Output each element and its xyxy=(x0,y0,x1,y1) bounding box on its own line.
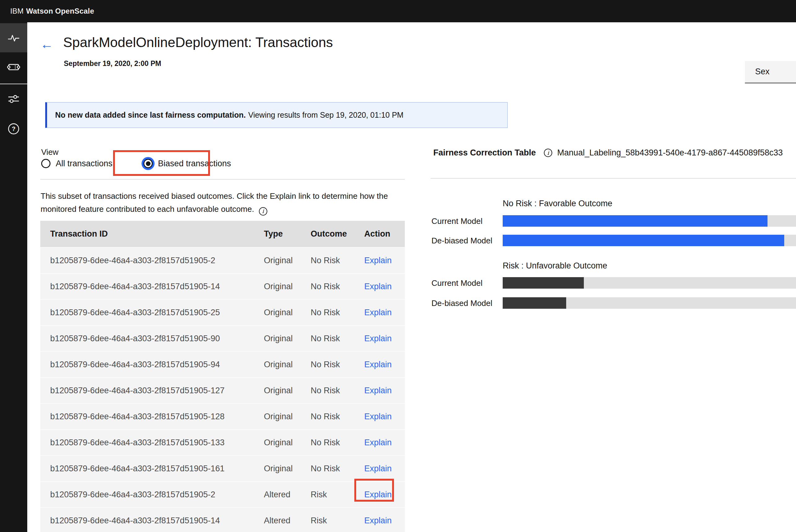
banner-bold-text: No new data added since last fairness co… xyxy=(55,111,246,119)
info-icon[interactable]: i xyxy=(544,149,552,157)
radio-all-transactions[interactable]: All transactions xyxy=(41,159,112,169)
cell-outcome: No Risk xyxy=(304,464,356,474)
cell-type: Original xyxy=(257,412,304,421)
banner-text: Viewing results from Sep 19, 2020, 01:10… xyxy=(248,111,403,119)
cell-transaction-id: b1205879-6dee-46a4-a303-2f8157d51905-127 xyxy=(40,386,257,396)
table-header-row: Transaction ID Type Outcome Action xyxy=(40,221,405,247)
table-row: b1205879-6dee-46a4-a303-2f8157d51905-2Al… xyxy=(40,481,405,507)
explain-link[interactable]: Explain xyxy=(364,256,392,265)
radio-label: All transactions xyxy=(56,159,112,169)
cell-type: Original xyxy=(257,360,304,369)
back-button[interactable]: ← xyxy=(40,38,53,51)
cell-type: Original xyxy=(257,256,304,265)
chart-bar-row: Current Model xyxy=(431,277,796,289)
table-row: b1205879-6dee-46a4-a303-2f8157d51905-128… xyxy=(40,403,405,429)
chart-bar-fill xyxy=(503,235,784,246)
chart-bar-row: De-biased Model xyxy=(431,235,796,246)
cell-type: Original xyxy=(257,282,304,291)
chart-bar-fill xyxy=(503,297,566,309)
cell-action: Explain xyxy=(356,282,405,291)
explain-link[interactable]: Explain xyxy=(364,360,392,369)
cell-type: Altered xyxy=(257,490,304,499)
cell-outcome: No Risk xyxy=(304,256,356,265)
help-icon: ? xyxy=(7,122,20,135)
table-row: b1205879-6dee-46a4-a303-2f8157d51905-127… xyxy=(40,377,405,403)
sidebar-item-support-tickets[interactable] xyxy=(0,52,27,81)
tab-feature-sex[interactable]: Sex xyxy=(745,61,796,83)
column-header-action: Action xyxy=(356,229,405,239)
explain-link[interactable]: Explain xyxy=(364,516,392,525)
explain-link[interactable]: Explain xyxy=(364,282,392,291)
cell-type: Altered xyxy=(257,516,304,526)
chart-bar-label: Current Model xyxy=(432,216,482,226)
app-header: IBMWatson OpenScale xyxy=(0,0,796,22)
cell-action: Explain xyxy=(356,256,405,265)
cell-action: Explain xyxy=(356,490,405,499)
sidebar-item-help[interactable]: ? xyxy=(0,114,27,144)
transactions-table: Transaction ID Type Outcome Action b1205… xyxy=(40,221,405,532)
cell-action: Explain xyxy=(356,308,405,318)
sidebar-item-configuration[interactable] xyxy=(0,84,27,113)
table-body: b1205879-6dee-46a4-a303-2f8157d51905-2Or… xyxy=(40,247,405,532)
fairness-table-name: Manual_Labeling_58b43991-540e-4179-a867-… xyxy=(557,148,783,158)
radio-biased-transactions[interactable]: Biased transactions xyxy=(144,159,231,169)
view-radio-group: All transactions Biased transactions xyxy=(41,155,262,172)
chart-bar-row: De-biased Model xyxy=(431,297,796,309)
cell-type: Original xyxy=(257,438,304,448)
explain-link[interactable]: Explain xyxy=(364,334,392,343)
cell-action: Explain xyxy=(356,464,405,474)
column-header-transaction-id: Transaction ID xyxy=(40,229,257,239)
radio-circle xyxy=(144,159,153,168)
cell-outcome: No Risk xyxy=(304,438,356,448)
cell-outcome: No Risk xyxy=(304,308,356,318)
divider xyxy=(40,179,405,179)
explain-link[interactable]: Explain xyxy=(364,412,392,421)
table-row: b1205879-6dee-46a4-a303-2f8157d51905-14O… xyxy=(40,273,405,299)
explain-link[interactable]: Explain xyxy=(364,386,392,395)
cell-transaction-id: b1205879-6dee-46a4-a303-2f8157d51905-2 xyxy=(40,490,257,499)
info-icon[interactable]: i xyxy=(259,207,267,215)
chart-bar-label: De-biased Model xyxy=(432,298,492,308)
cell-type: Original xyxy=(257,334,304,343)
table-row: b1205879-6dee-46a4-a303-2f8157d51905-94O… xyxy=(40,351,405,377)
ticket-icon xyxy=(7,60,20,73)
chart-bar-row: Current Model xyxy=(431,215,796,227)
cell-transaction-id: b1205879-6dee-46a4-a303-2f8157d51905-128 xyxy=(40,412,257,421)
cell-transaction-id: b1205879-6dee-46a4-a303-2f8157d51905-90 xyxy=(40,334,257,343)
info-banner: No new data added since last fairness co… xyxy=(45,102,508,128)
cell-outcome: No Risk xyxy=(304,412,356,421)
column-header-type: Type xyxy=(257,229,304,239)
explain-link[interactable]: Explain xyxy=(364,438,392,447)
chart-bar-fill xyxy=(503,215,767,227)
cell-type: Original xyxy=(257,464,304,474)
cell-outcome: Risk xyxy=(304,490,356,499)
page-title: SparkModelOnlineDeployment: Transactions xyxy=(63,35,333,50)
radio-circle xyxy=(41,159,51,168)
cell-action: Explain xyxy=(356,516,405,526)
page-timestamp: September 19, 2020, 2:00 PM xyxy=(64,59,162,68)
explain-link[interactable]: Explain xyxy=(364,490,392,499)
cell-action: Explain xyxy=(356,438,405,448)
radio-label: Biased transactions xyxy=(158,159,231,169)
chart-bar-track xyxy=(503,297,796,309)
chart-bar-track xyxy=(503,235,796,246)
cell-type: Original xyxy=(257,386,304,396)
cell-transaction-id: b1205879-6dee-46a4-a303-2f8157d51905-14 xyxy=(40,282,257,291)
cell-action: Explain xyxy=(356,360,405,369)
explain-link[interactable]: Explain xyxy=(364,464,392,473)
column-header-outcome: Outcome xyxy=(304,229,356,239)
biased-subset-description: This subset of transactions received bia… xyxy=(41,190,409,215)
cell-transaction-id: b1205879-6dee-46a4-a303-2f8157d51905-14 xyxy=(40,516,257,526)
chart-bar-track xyxy=(503,277,796,289)
settings-adjust-icon xyxy=(7,92,20,105)
cell-action: Explain xyxy=(356,334,405,343)
activity-icon xyxy=(7,31,20,44)
sidebar-item-monitors[interactable] xyxy=(0,23,27,52)
cell-transaction-id: b1205879-6dee-46a4-a303-2f8157d51905-161 xyxy=(40,464,257,474)
explain-link[interactable]: Explain xyxy=(364,308,392,317)
table-row: b1205879-6dee-46a4-a303-2f8157d51905-90O… xyxy=(40,325,405,351)
cell-transaction-id: b1205879-6dee-46a4-a303-2f8157d51905-133 xyxy=(40,438,257,448)
cell-transaction-id: b1205879-6dee-46a4-a303-2f8157d51905-25 xyxy=(40,308,257,318)
description-line2: monitored feature contributed to each un… xyxy=(41,204,254,214)
app-brand: IBMWatson OpenScale xyxy=(10,7,94,16)
